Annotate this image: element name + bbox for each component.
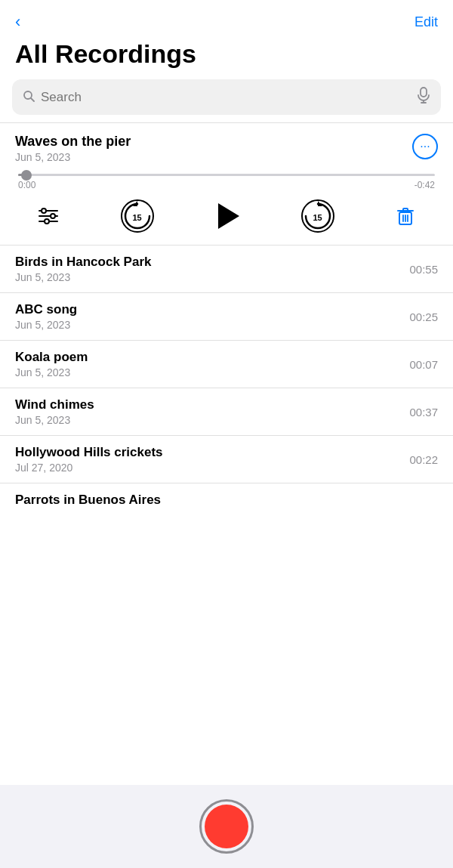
list-item-title: Birds in Hancock Park [15,255,151,270]
list-item-title: Koala poem [15,350,88,365]
microphone-icon[interactable] [417,87,430,107]
list-item[interactable]: ABC song Jun 5, 2023 00:25 [0,293,453,340]
list-item-date: Jun 5, 2023 [15,319,77,331]
search-input[interactable] [41,90,411,105]
list-item-title: ABC song [15,302,77,317]
back-button[interactable]: ‹ [15,14,20,30]
delete-button[interactable] [396,205,415,227]
skip-forward-label: 15 [313,213,322,222]
skip-back-label: 15 [132,213,141,222]
partial-item-title: Parrots in Buenos Aires [15,493,161,508]
play-icon [218,203,239,229]
edit-button[interactable]: Edit [414,14,438,30]
expanded-recording-date: Jun 5, 2023 [15,151,131,163]
list-item[interactable]: Koala poem Jun 5, 2023 00:07 [0,341,453,388]
search-icon [23,90,35,105]
list-item-duration: 00:55 [409,263,438,276]
options-button[interactable] [38,208,59,224]
page-title: All Recordings [0,36,453,79]
recording-list: Birds in Hancock Park Jun 5, 2023 00:55 … [0,246,453,483]
progress-track[interactable] [18,174,435,176]
record-icon [205,805,248,848]
current-time: 0:00 [18,180,35,190]
list-item[interactable]: Hollywood Hills crickets Jul 27, 2020 00… [0,436,453,483]
list-item-date: Jun 5, 2023 [15,414,94,426]
expanded-recording-title: Waves on the pier [15,134,131,150]
svg-point-9 [51,214,55,218]
record-button[interactable] [199,799,254,854]
play-button[interactable] [215,203,239,229]
search-bar[interactable] [12,79,441,115]
bottom-bar [0,785,453,868]
list-item-date: Jun 5, 2023 [15,271,151,283]
progress-thumb[interactable] [21,170,32,181]
list-item-date: Jul 27, 2020 [15,462,163,474]
time-labels: 0:00 -0:42 [18,180,435,190]
remaining-time: -0:42 [414,180,435,190]
playback-controls: 15 15 [15,190,438,245]
list-item-title: Hollywood Hills crickets [15,445,163,460]
svg-rect-2 [421,88,427,97]
progress-section[interactable]: 0:00 -0:42 [15,163,438,190]
skip-forward-button[interactable]: 15 [301,199,334,233]
svg-line-1 [31,98,34,101]
list-item-date: Jun 5, 2023 [15,366,88,378]
list-item[interactable]: Birds in Hancock Park Jun 5, 2023 00:55 [0,246,453,292]
list-item-duration: 00:07 [409,358,438,371]
skip-back-button[interactable]: 15 [121,199,154,233]
list-item-duration: 00:37 [409,406,438,419]
list-item-duration: 00:22 [409,453,438,466]
svg-point-10 [45,219,49,224]
partial-item[interactable]: Parrots in Buenos Aires [0,483,453,512]
list-item-title: Wind chimes [15,397,94,412]
top-nav: ‹ Edit [0,0,453,36]
svg-point-8 [42,209,46,213]
expanded-recording-item: Waves on the pier Jun 5, 2023 ··· 0:00 -… [0,123,453,245]
more-options-button[interactable]: ··· [412,134,438,159]
list-item[interactable]: Wind chimes Jun 5, 2023 00:37 [0,388,453,435]
list-item-duration: 00:25 [409,310,438,323]
